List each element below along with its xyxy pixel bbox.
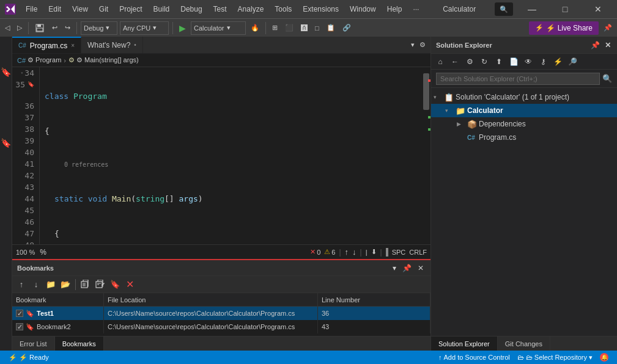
status-add-source[interactable]: ↑ Add to Source Control [435,354,514,361]
toolbar-undo[interactable]: ↩ [50,21,60,35]
tab-whats-new[interactable]: What's New? • [81,37,143,53]
close-btn[interactable]: ✕ [584,0,612,18]
bm-toggle-btn[interactable] [79,278,92,291]
nav-up[interactable]: ↑ [345,247,349,257]
menu-test[interactable]: Test [209,4,232,15]
tab-close-program-cs[interactable]: × [71,42,75,49]
panel-close-icon[interactable]: ✕ [416,263,426,273]
se-btn-refresh[interactable]: ↻ [478,56,491,68]
editor-settings[interactable]: ⚙ [417,38,428,52]
se-btn-back[interactable]: ← [448,56,462,68]
se-btn-filter[interactable]: ⚷ [536,56,550,68]
se-pin-icon[interactable]: 📌 [589,40,601,50]
tab-bookmarks[interactable]: Bookmarks [55,337,104,351]
menu-tools[interactable]: Tools [270,4,297,15]
toolbar-redo[interactable]: ↪ [62,21,73,35]
toolbar-icon2[interactable]: ⬛ [283,21,296,35]
hot-reload-btn[interactable]: 🔥 [248,21,262,35]
git-branch-icon[interactable]: ⬇ [371,248,377,256]
code-content[interactable]: class Program { 0 references static void… [40,67,422,244]
menu-help[interactable]: Help [382,4,407,15]
search-btn[interactable]: 🔍 [495,2,513,16]
menu-debug[interactable]: Debug [175,4,207,15]
configuration-dropdown[interactable]: Debug ▾ [81,21,117,35]
se-btn-settings[interactable]: ⚙ [463,56,476,68]
error-count[interactable]: ✕ 0 [310,248,320,256]
menu-build[interactable]: Build [149,4,175,15]
breadcrumb-method[interactable]: ⚙ ⚙ Main(string[] args) [68,56,139,64]
menu-window[interactable]: Window [345,4,381,15]
status-select-repo[interactable]: 🗁 🗁 Select Repository ▾ [514,354,596,362]
maximize-btn[interactable]: □ [551,0,579,18]
se-btn-collapse[interactable]: ⬆ [492,56,506,68]
toolbar-icon4[interactable]: □ [312,21,322,35]
toolbar-icon5[interactable]: 📋 [324,21,338,35]
se-btn-preview[interactable]: 🔎 [566,56,579,68]
toolbar-icon6[interactable]: 🔗 [340,21,353,35]
menu-view[interactable]: View [67,4,93,15]
tree-item-dependencies[interactable]: ▶ 📦 Dependencies [431,117,617,131]
tree-expand-calc[interactable]: ▾ [445,107,454,114]
live-share-button[interactable]: ⚡ ⚡ Live Share [529,21,599,35]
menu-extensions[interactable]: Extensions [298,4,344,15]
status-ready[interactable]: ⚡ ⚡ Ready [5,354,53,362]
bookmark-icon-1[interactable]: 🔖 [1,67,11,77]
editor-wrapper: C# Program.cs × What's New? • ▾ ⚙ C# ⚙ P… [12,37,430,351]
run-btn[interactable]: ▶ [177,21,188,35]
se-close-icon[interactable]: ✕ [604,40,612,50]
tab-program-cs[interactable]: C# Program.cs × [12,37,81,53]
platform-dropdown[interactable]: Any CPU ▾ [120,21,169,35]
nav-down[interactable]: ↓ [352,247,357,257]
bookmark-row-1[interactable]: ✓ 🔖 Bookmark2 C:\Users\Name\source\repos… [12,320,430,333]
se-btn-show-files[interactable]: 📄 [507,56,520,68]
se-btn-show-all[interactable]: 👁 [522,56,535,68]
menu-project[interactable]: Project [114,4,147,15]
bookmark-icon-2[interactable]: 🔖 [1,138,11,148]
bm-checkbox-1[interactable]: ✓ [16,323,23,330]
panel-dropdown-icon[interactable]: ▾ [391,263,398,273]
tree-item-program-cs[interactable]: ▶ C# Program.cs [431,131,617,144]
se-search-input[interactable] [436,73,600,85]
tree-item-solution[interactable]: ▾ 📋 Solution 'Calculator' (1 of 1 projec… [431,90,617,104]
tree-expand-solution[interactable]: ▾ [434,94,442,100]
bm-folder-btn[interactable]: 📁 [44,278,57,291]
tree-expand-deps[interactable]: ▶ [457,121,465,127]
tree-item-calculator[interactable]: ▾ 📁 Calculator [431,104,617,117]
status-notifications[interactable]: 🔔 [596,353,612,362]
se-btn-home[interactable]: ⌂ [434,56,447,68]
bm-next-btn[interactable]: ↓ [29,278,43,291]
tab-error-list[interactable]: Error List [12,337,55,351]
se-search-btn[interactable]: 🔍 [602,74,612,83]
menu-more[interactable]: ··· [408,4,424,15]
se-tab-git[interactable]: Git Changes [498,337,550,351]
zoom-level[interactable]: 100 % [16,249,35,256]
bm-delete-btn[interactable]: ✕ [123,278,136,291]
goto-icon[interactable]: | [366,249,368,256]
toolbar-icon1[interactable]: ⊞ [270,21,280,35]
bm-rename-btn[interactable] [94,278,107,291]
menu-analyze[interactable]: Analyze [233,4,269,15]
editor-scrollbar[interactable] [422,67,430,244]
se-tab-solution[interactable]: Solution Explorer [431,337,498,351]
menu-edit[interactable]: Edit [43,4,66,15]
toolbar-forward[interactable]: ▷ [15,21,24,35]
bookmark-row-0[interactable]: ✓ 🔖 Test1 C:\Users\Name\source\repos\Cal… [12,307,430,320]
editor-tabs-overflow[interactable]: ▾ [408,38,417,52]
toolbar-save-all[interactable] [32,21,47,35]
menu-file[interactable]: File [21,4,42,15]
warning-count[interactable]: ⚠ 6 [324,248,335,256]
bm-folder2-btn[interactable]: 📂 [59,278,72,291]
panel-pin-icon[interactable]: 📌 [401,263,413,273]
minimize-btn[interactable]: — [518,0,546,18]
bm-prev-btn[interactable]: ↑ [15,278,28,291]
breadcrumb-namespace[interactable]: C# ⚙ Program [17,56,61,64]
code-editor[interactable]: ▾34 35🔖 36 37 38 39 40 41 42 43 44 45 46… [12,67,430,244]
target-dropdown[interactable]: Calculator ▾ [191,21,246,35]
bm-checkbox-0[interactable]: ✓ [16,310,23,317]
toolbar-pin[interactable]: 📌 [601,21,615,35]
menu-git[interactable]: Git [94,4,113,15]
toolbar-back[interactable]: ◁ [2,21,12,35]
se-btn-props[interactable]: ⚡ [551,56,564,68]
bm-add-btn[interactable]: 🔖 [108,278,122,291]
toolbar-icon3[interactable]: 🅰 [298,21,310,35]
